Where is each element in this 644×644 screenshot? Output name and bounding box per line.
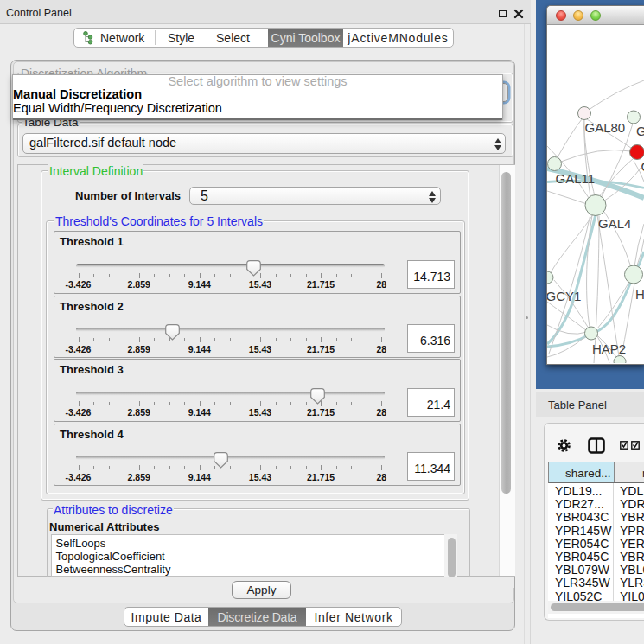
svg-text:GAL11: GAL11 xyxy=(556,171,596,186)
svg-text:C: C xyxy=(641,159,644,174)
svg-text:H: H xyxy=(635,287,644,302)
svg-text:GAL4: GAL4 xyxy=(598,216,631,231)
svg-text:HAP2: HAP2 xyxy=(592,341,626,356)
svg-text:GCY1: GCY1 xyxy=(547,289,581,303)
svg-text:GA: GA xyxy=(636,124,644,138)
svg-text:GAL80: GAL80 xyxy=(585,120,626,135)
